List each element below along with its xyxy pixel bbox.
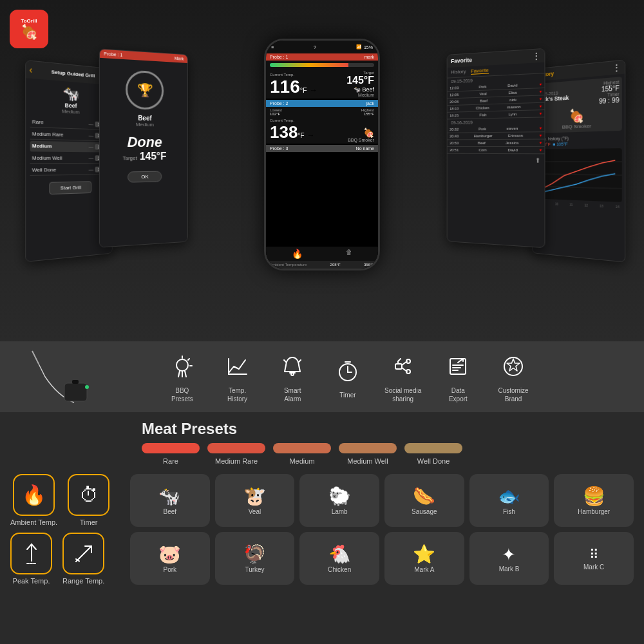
svg-rect-4 bbox=[64, 383, 87, 401]
svg-line-3 bbox=[32, 351, 39, 364]
feature-bbq-presets: BBQPresets bbox=[156, 350, 208, 403]
right1-history-tab[interactable]: History bbox=[451, 68, 466, 75]
svg-point-17 bbox=[291, 373, 294, 375]
feature-timer: Timer bbox=[322, 355, 374, 399]
range-temp-icon-box: Range Temp. bbox=[62, 533, 104, 585]
beef-label: Beef bbox=[164, 508, 177, 515]
timer-box-icon: ⏱ bbox=[68, 474, 109, 516]
hamburger-icon: 🍔 bbox=[583, 488, 605, 506]
timer-icon-label: Timer bbox=[80, 518, 98, 526]
phone-meat-sub: Medium bbox=[346, 93, 374, 97]
peak-temp-icon-box: Peak Temp. bbox=[10, 533, 52, 585]
smart-alarm-icon bbox=[276, 350, 308, 383]
meat-sausage: 🌭 Sausage bbox=[384, 474, 464, 527]
bbq-presets-label: BBQPresets bbox=[171, 386, 193, 403]
mark-a-icon: ⭐ bbox=[413, 545, 435, 564]
veal-label: Veal bbox=[249, 508, 261, 515]
left1-title: Setup Guided Grill bbox=[35, 67, 109, 79]
meat-mark-c: ⠿ Mark C bbox=[554, 532, 634, 585]
hamburger-label: Hamburger bbox=[578, 508, 610, 515]
svg-line-2 bbox=[535, 186, 622, 189]
lamb-label: Lamb bbox=[332, 508, 348, 515]
svg-line-19 bbox=[298, 360, 301, 363]
timer-label: Timer bbox=[339, 391, 355, 399]
svg-line-38 bbox=[76, 546, 91, 562]
device-svg bbox=[26, 345, 122, 409]
left2-meat: Beef bbox=[136, 115, 154, 122]
left2-target-label: Target bbox=[122, 155, 137, 161]
feature-temp-history: Temp.History bbox=[212, 350, 263, 403]
svg-line-12 bbox=[178, 371, 180, 377]
left-icons: 🔥 Ambient Temp. ⏱ Timer bbox=[10, 474, 120, 585]
peak-temp-icon bbox=[10, 533, 52, 574]
preset-medium-well-label: Medium Well bbox=[347, 457, 388, 465]
logo: ToGrill 🍖 bbox=[10, 10, 48, 48]
meat-turkey: 🦃 Turkey bbox=[215, 532, 295, 585]
mark-c-icon: ⠿ bbox=[589, 548, 599, 561]
meat-presets-title: Meat Presets bbox=[142, 420, 631, 438]
range-temp-label: Range Temp. bbox=[62, 577, 104, 585]
timer-icon-box: ⏱ Timer bbox=[68, 474, 109, 526]
pork-icon: 🐷 bbox=[158, 545, 181, 564]
temp-history-label: Temp.History bbox=[227, 386, 247, 403]
feature-social-sharing: Social mediasharing bbox=[377, 350, 429, 403]
svg-rect-6 bbox=[72, 380, 79, 384]
center-phone: ≡ ? 📶 15% Probe : 1 mark bbox=[264, 39, 380, 270]
preset-rare-label: Rare bbox=[163, 457, 178, 465]
preset-medium: Medium bbox=[273, 443, 331, 465]
bottom-section: BBQPresets Temp.History bbox=[0, 341, 644, 644]
customize-brand-icon bbox=[497, 350, 529, 383]
mark-b-label: Mark B bbox=[499, 565, 520, 573]
meat-veal: 🐮 Veal bbox=[215, 474, 295, 527]
meat-mark-a: ⭐ Mark A bbox=[384, 532, 464, 585]
right-screen-1: Favorite ⋮ History Favorite 09-15-2019 1… bbox=[447, 48, 545, 248]
data-export-label: DataExport bbox=[449, 386, 468, 403]
sausage-label: Sausage bbox=[412, 508, 437, 515]
right1-favorite-tab[interactable]: Favorite bbox=[471, 67, 489, 74]
lamb-icon: 🐑 bbox=[328, 488, 351, 506]
preset-well-done-label: Well Done bbox=[417, 457, 450, 465]
meat-beef: 🐄 Beef bbox=[130, 474, 210, 527]
feature-customize-brand: CustomizeBrand bbox=[488, 350, 539, 403]
phone-probe2-label: Probe : 2 bbox=[270, 101, 288, 106]
bbq-presets-icon bbox=[166, 350, 198, 383]
fish-icon: 🐟 bbox=[498, 488, 520, 506]
mark-c-label: Mark C bbox=[583, 564, 604, 571]
svg-point-25 bbox=[406, 359, 410, 363]
range-temp-icon bbox=[62, 533, 104, 574]
presets-color-row: Rare Medium Rare Medium Medium Well Well… bbox=[142, 443, 631, 465]
device-area bbox=[13, 341, 135, 412]
phone-bbq-label: BBQ Smoker bbox=[348, 138, 374, 142]
peak-temp-label: Peak Temp. bbox=[13, 577, 50, 585]
pork-label: Pork bbox=[164, 566, 177, 573]
feature-data-export: DataExport bbox=[432, 350, 484, 403]
meat-grid: 🐄 Beef 🐮 Veal 🐑 Lamb 🌭 Sausage 🐟 Fish 🍔 bbox=[130, 474, 634, 585]
mark-a-label: Mark A bbox=[414, 566, 434, 573]
logo-icon: 🍖 bbox=[21, 24, 38, 41]
top-section: ‹ Setup Guided Grill 🐄 Beef Medium Rare … bbox=[0, 0, 644, 341]
chicken-label: Chicken bbox=[328, 566, 351, 573]
phone-probe1-label: Probe : 1 bbox=[270, 55, 288, 59]
preset-medium-rare: Medium Rare bbox=[207, 443, 265, 465]
ok-button[interactable]: OK bbox=[128, 171, 162, 183]
social-sharing-icon bbox=[387, 350, 419, 383]
veal-icon: 🐮 bbox=[243, 488, 266, 506]
meat-chicken: 🐔 Chicken bbox=[299, 532, 379, 585]
turkey-icon: 🦃 bbox=[243, 545, 266, 564]
left-screen-2: Probe : 1 Mark 🏆 Beef Medium Done Target… bbox=[99, 48, 188, 247]
ambient-temp-label: Ambient Temp. bbox=[10, 518, 57, 526]
preset-rare: Rare bbox=[142, 443, 200, 465]
meat-presets-section: Meat Presets Rare Medium Rare Medium Med… bbox=[0, 412, 644, 469]
preset-medium-label: Medium bbox=[289, 457, 314, 465]
meat-pork: 🐷 Pork bbox=[130, 532, 210, 585]
sausage-icon: 🌭 bbox=[413, 488, 435, 506]
preset-medium-rare-label: Medium Rare bbox=[215, 457, 258, 465]
fish-label: Fish bbox=[503, 508, 515, 515]
chicken-icon: 🐔 bbox=[328, 545, 351, 564]
preset-well-done: Well Done bbox=[404, 443, 462, 465]
screenshots-container: ‹ Setup Guided Grill 🐄 Beef Medium Rare … bbox=[0, 0, 644, 341]
start-grill-button[interactable]: Start Grill bbox=[50, 181, 91, 194]
customize-brand-label: CustomizeBrand bbox=[498, 386, 528, 403]
svg-marker-35 bbox=[507, 359, 520, 371]
meat-mark-b: ✦ Mark B bbox=[469, 532, 549, 585]
